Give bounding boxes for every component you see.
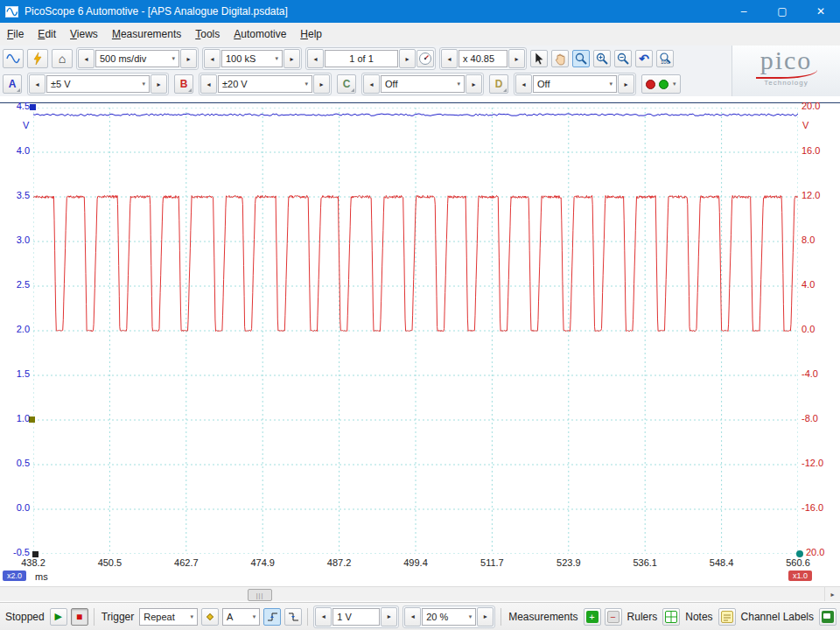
trigger-level-input[interactable]: 1 V bbox=[332, 608, 380, 626]
channel-ground-marker-icon[interactable] bbox=[32, 551, 38, 557]
x-axis-label: 536.1 bbox=[626, 557, 664, 568]
y-axis-right-label: -8.0 bbox=[802, 413, 836, 424]
trigger-level-down[interactable]: ◂ bbox=[315, 607, 332, 626]
notes-label: Notes bbox=[683, 611, 714, 623]
auto-setup-button[interactable] bbox=[27, 49, 48, 68]
undo-arrow-icon: ↶ bbox=[639, 52, 649, 66]
y-axis-right-label: -4.0 bbox=[802, 368, 836, 379]
zoom-in-icon bbox=[595, 52, 609, 66]
zoom-full-button[interactable]: 100 bbox=[656, 50, 674, 67]
timebase-select[interactable]: 500 ms/div ▾ bbox=[95, 50, 179, 67]
menu-edit[interactable]: Edit bbox=[31, 24, 63, 45]
buffer-value: 1 of 1 bbox=[349, 53, 374, 64]
gauge-icon bbox=[418, 52, 432, 66]
pretrigger-input[interactable]: 20 % ▾ bbox=[422, 608, 476, 626]
channel-d-range-select[interactable]: Off ▾ bbox=[533, 75, 617, 93]
maximize-button[interactable]: ▢ bbox=[763, 0, 802, 23]
y-axis-left-label: 1.0 bbox=[2, 413, 30, 424]
scrollbar-thumb[interactable]: ||| bbox=[248, 589, 272, 601]
caret-down-icon: ▾ bbox=[453, 80, 460, 88]
trigger-marker-icon[interactable] bbox=[29, 416, 35, 423]
menu-tools[interactable]: Tools bbox=[188, 24, 227, 45]
buffer-prev-button[interactable]: ◂ bbox=[307, 49, 324, 68]
timebase-decrease-button[interactable]: ◂ bbox=[78, 49, 94, 68]
zoom-100-label: 100 bbox=[661, 60, 669, 65]
buffer-next-button[interactable]: ▸ bbox=[399, 49, 416, 68]
falling-edge-button[interactable] bbox=[284, 608, 302, 626]
menu-automotive[interactable]: Automotive bbox=[227, 24, 293, 45]
y-axis-left-label: 4.5 bbox=[2, 101, 30, 111]
menu-measurements[interactable]: Measurements bbox=[105, 24, 188, 45]
stop-button[interactable]: ■ bbox=[71, 608, 88, 626]
scope-logo-icon bbox=[5, 6, 18, 18]
samples-increase-button[interactable]: ▸ bbox=[284, 49, 300, 68]
graph-top-border bbox=[0, 102, 840, 103]
menu-views[interactable]: Views bbox=[63, 24, 105, 45]
channel-b-button[interactable]: B bbox=[174, 74, 193, 94]
trigger-mode-value: Repeat bbox=[144, 612, 174, 622]
gauge-button[interactable] bbox=[416, 50, 434, 67]
channel-c-button[interactable]: C bbox=[337, 74, 356, 94]
home-button[interactable]: ⌂ bbox=[52, 49, 73, 68]
zoom-decrease-button[interactable]: ◂ bbox=[441, 49, 458, 68]
y-axis-left-label: 2.0 bbox=[2, 324, 30, 334]
undo-zoom-button[interactable]: ↶ bbox=[635, 50, 653, 67]
right-scale-badge: x1.0 bbox=[788, 570, 812, 581]
y-axis-left-label: 3.0 bbox=[2, 234, 30, 245]
channel-b-range-select[interactable]: ±20 V ▾ bbox=[218, 75, 312, 93]
notes-button[interactable] bbox=[718, 608, 736, 626]
trigger-source-select[interactable]: A ▾ bbox=[222, 608, 260, 626]
channel-c-range-down[interactable]: ◂ bbox=[363, 74, 380, 94]
zoom-factor-select[interactable]: x 40.85 bbox=[458, 50, 508, 67]
channel-a-button[interactable]: A bbox=[3, 74, 22, 94]
rulers-button[interactable] bbox=[662, 608, 680, 626]
timebase-increase-button[interactable]: ▸ bbox=[180, 49, 197, 68]
y-axis-right-label: 12.0 bbox=[802, 190, 836, 200]
marquee-zoom-button[interactable] bbox=[572, 50, 590, 67]
remove-measurement-button[interactable]: − bbox=[605, 608, 622, 626]
trigger-marker-button[interactable] bbox=[201, 608, 219, 626]
channel-labels-button[interactable] bbox=[819, 608, 836, 626]
menu-file[interactable]: File bbox=[0, 24, 31, 45]
channel-a-marker-icon[interactable] bbox=[30, 104, 36, 110]
menu-help[interactable]: Help bbox=[293, 24, 329, 45]
channel-c-label: C bbox=[343, 78, 351, 90]
pan-tool-button[interactable] bbox=[551, 50, 569, 67]
zoom-increase-button[interactable]: ▸ bbox=[508, 49, 525, 68]
samples-decrease-button[interactable]: ◂ bbox=[204, 49, 220, 68]
add-measurement-button[interactable]: + bbox=[584, 608, 601, 626]
close-button[interactable]: ✕ bbox=[802, 0, 840, 23]
menubar: File Edit Views Measurements Tools Autom… bbox=[0, 23, 840, 46]
pointer-tool-button[interactable] bbox=[530, 50, 548, 67]
probe-status-button[interactable]: ▾ bbox=[641, 74, 681, 94]
pretrigger-up[interactable]: ▸ bbox=[477, 607, 494, 626]
channel-c-range-up[interactable]: ▸ bbox=[466, 74, 482, 94]
pretrigger-down[interactable]: ◂ bbox=[404, 607, 421, 626]
scope-graph[interactable]: V V x2.0 ms x1.0 4.54.03.53.02.52.01.51.… bbox=[0, 96, 840, 586]
channel-a-range-select[interactable]: ±5 V ▾ bbox=[46, 75, 150, 93]
channel-d-marker-icon[interactable] bbox=[796, 550, 803, 557]
y-axis-left-label: 3.5 bbox=[2, 190, 30, 200]
samples-select[interactable]: 100 kS ▾ bbox=[221, 50, 283, 67]
trigger-label: Trigger bbox=[100, 611, 136, 623]
zoom-out-button[interactable] bbox=[614, 50, 632, 67]
channel-b-range-up[interactable]: ▸ bbox=[313, 74, 330, 94]
trigger-mode-select[interactable]: Repeat ▾ bbox=[139, 608, 198, 626]
channel-a-range-down[interactable]: ◂ bbox=[29, 74, 46, 94]
trigger-level-value: 1 V bbox=[337, 612, 352, 622]
channel-d-range-down[interactable]: ◂ bbox=[515, 74, 532, 94]
channel-d-range-up[interactable]: ▸ bbox=[618, 74, 634, 94]
channel-c-range-select[interactable]: Off ▾ bbox=[381, 75, 465, 93]
channel-a-range-up[interactable]: ▸ bbox=[150, 74, 167, 94]
minimize-button[interactable]: – bbox=[724, 0, 763, 23]
waveform-plot[interactable] bbox=[33, 108, 798, 554]
zoom-in-button[interactable] bbox=[593, 50, 611, 67]
scope-view-button[interactable] bbox=[3, 49, 24, 68]
channel-d-button[interactable]: D bbox=[489, 74, 508, 94]
trigger-level-up[interactable]: ▸ bbox=[381, 607, 397, 626]
rising-edge-button[interactable] bbox=[263, 608, 281, 626]
start-button[interactable]: ▶ bbox=[50, 608, 67, 626]
channel-b-range-down[interactable]: ◂ bbox=[200, 74, 217, 94]
horizontal-scrollbar[interactable]: ||| ▸ bbox=[0, 586, 840, 601]
scrollbar-right-arrow[interactable]: ▸ bbox=[824, 587, 840, 601]
